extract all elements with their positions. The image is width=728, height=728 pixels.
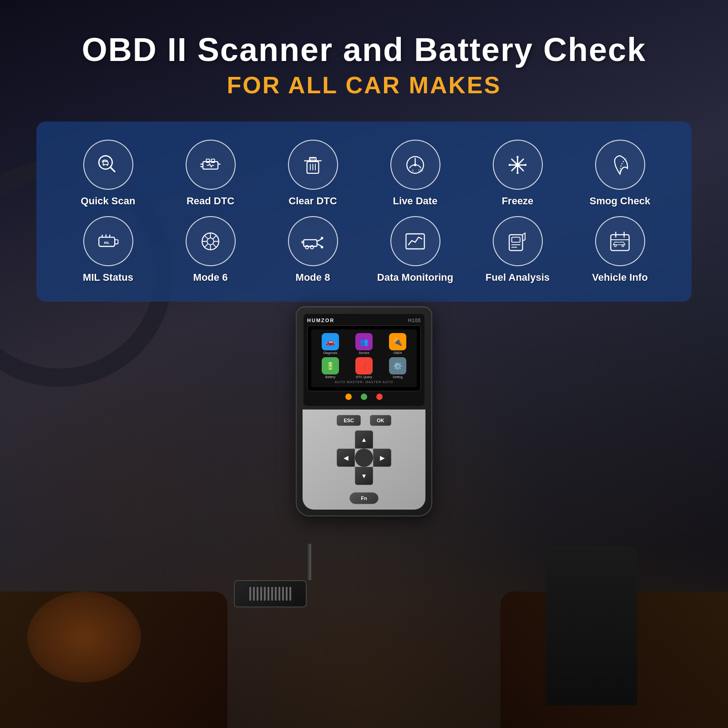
- screen-icon-box-battery: 🔋: [322, 357, 339, 374]
- dpad-row-bottom: ▼: [337, 467, 391, 485]
- feature-vehicle-info: Vehicle Info: [571, 216, 669, 283]
- svg-rect-55: [512, 237, 520, 242]
- plug-pin-6: [268, 587, 269, 601]
- dpad-right-button[interactable]: ▶: [373, 449, 391, 467]
- svg-line-46: [205, 244, 208, 247]
- plug-pin-8: [275, 587, 277, 601]
- feature-circle-clear-dtc: DTC: [288, 140, 338, 190]
- plug-pin-4: [260, 587, 262, 601]
- feature-label-fuel-analysis: Fuel Analysis: [485, 272, 550, 283]
- screen-icon-box-obdii: 🔌: [389, 333, 406, 350]
- screen-app-battery: 🔋 Battery: [315, 357, 346, 379]
- device-section: HUMZOR H100 🚗 Diagnosis: [36, 306, 692, 516]
- leaf-icon: [607, 152, 632, 177]
- connector-plug: [234, 580, 307, 607]
- gear-console: [546, 546, 637, 705]
- trash-icon: DTC: [300, 152, 325, 177]
- screen-icon-label-battery: Battery: [325, 375, 335, 379]
- status-dot-warning: [345, 394, 352, 400]
- svg-point-28: [516, 172, 519, 174]
- plug-pin-5: [264, 587, 266, 601]
- main-title: OBD II Scanner and Battery Check: [36, 32, 692, 68]
- feature-circle-freeze: [493, 140, 543, 190]
- device-lower: ESC OK ▲ ◀ ▶: [303, 410, 425, 510]
- status-indicators: [307, 394, 421, 400]
- feature-circle-fuel-analysis: [493, 216, 543, 266]
- feature-smog-check: Smog Check: [571, 140, 669, 207]
- chart-icon: [403, 229, 428, 254]
- dpad-row-middle: ◀ ▶: [337, 449, 391, 467]
- svg-text:0: 0: [412, 169, 414, 172]
- feature-label-freeze: Freeze: [502, 195, 534, 207]
- screen-icon-label-setting: Setting: [393, 375, 403, 379]
- plug-pin-10: [282, 587, 284, 601]
- feature-read-dtc: Read DTC: [162, 140, 259, 207]
- device-wrapper: HUMZOR H100 🚗 Diagnosis: [291, 306, 437, 516]
- svg-text:DTC: DTC: [309, 157, 317, 161]
- svg-line-45: [213, 235, 216, 238]
- car-wrench-icon: [300, 229, 325, 254]
- feature-label-mil-status: MIL Status: [83, 272, 133, 283]
- fuel-gauge-icon: [505, 229, 530, 254]
- feature-mode6: Mode 6: [162, 216, 259, 283]
- seat-hint: [27, 592, 141, 682]
- svg-text:120: 120: [418, 169, 423, 172]
- svg-point-30: [525, 164, 527, 166]
- svg-point-50: [321, 237, 324, 239]
- obd-connector: [268, 544, 350, 598]
- feature-circle-mode8: [288, 216, 338, 266]
- plug-pin-9: [278, 587, 280, 601]
- screen-icon-box-diagnosis: 🚗: [322, 333, 339, 350]
- screen-apps-row1: 🚗 Diagnosis 👥 Service: [315, 333, 413, 354]
- model-name: H100: [408, 318, 421, 323]
- plug-pin-12: [289, 587, 291, 601]
- device-body: HUMZOR H100 🚗 Diagnosis: [296, 306, 432, 516]
- device-screen: 🚗 Diagnosis 👥 Service: [307, 325, 421, 391]
- ok-button[interactable]: OK: [370, 415, 391, 426]
- feature-label-vehicle-info: Vehicle Info: [592, 272, 647, 283]
- calendar-car-icon: [607, 229, 632, 254]
- aperture-icon: [198, 229, 223, 254]
- svg-rect-47: [303, 240, 317, 247]
- screen-icon-label-dtcquery: DTC Query: [356, 375, 372, 379]
- svg-rect-1: [103, 162, 108, 164]
- feature-label-read-dtc: Read DTC: [187, 195, 234, 207]
- svg-point-3: [106, 164, 108, 166]
- plug-pin-2: [253, 587, 255, 601]
- dpad-up-button[interactable]: ▲: [355, 430, 373, 449]
- screen-icon-box-setting: ⚙️: [389, 357, 406, 374]
- screen-icon-box-dtcquery: ❓: [355, 357, 373, 374]
- dpad-left-button[interactable]: ◀: [337, 449, 355, 467]
- feature-data-monitoring: Data Monitoring: [366, 216, 464, 283]
- esc-button[interactable]: ESC: [337, 415, 361, 426]
- feature-freeze: Freeze: [469, 140, 566, 207]
- plug-pin-11: [286, 587, 288, 601]
- feature-mil-status: MIL MIL Status: [59, 216, 157, 283]
- feature-circle-smog-check: [595, 140, 645, 190]
- obd-device: HUMZOR H100 🚗 Diagnosis: [296, 306, 432, 516]
- esc-ok-row: ESC OK: [308, 415, 420, 426]
- svg-line-44: [213, 244, 216, 247]
- status-dot-error: [376, 394, 383, 400]
- screen-app-obdii: 🔌 OBDII: [382, 333, 413, 354]
- status-dot-ok: [361, 394, 367, 400]
- feature-circle-read-dtc: [186, 140, 236, 190]
- fn-button[interactable]: Fn: [349, 492, 378, 504]
- dpad-down-button[interactable]: ▼: [355, 467, 373, 485]
- screen-apps-row2: 🔋 Battery ❓ DTC Query: [315, 357, 413, 379]
- screen-icon-label-service: Service: [359, 351, 369, 354]
- screen-icon-label-diagnosis: Diagnosis: [324, 351, 338, 354]
- svg-point-2: [103, 164, 105, 166]
- feature-circle-vehicle-info: [595, 216, 645, 266]
- plug-pin-7: [271, 587, 273, 601]
- svg-line-43: [205, 235, 208, 238]
- engine-icon: [198, 152, 223, 177]
- features-grid: Quick Scan Read DTC: [59, 140, 669, 283]
- screen-inner: 🚗 Diagnosis 👥 Service: [311, 329, 417, 387]
- feature-live-date: 0 120 Live Date: [366, 140, 464, 207]
- screen-icon-label-obdii: OBDII: [393, 351, 402, 354]
- feature-label-data-monitoring: Data Monitoring: [377, 272, 453, 283]
- svg-point-51: [321, 246, 324, 248]
- dpad-center[interactable]: [355, 449, 373, 467]
- car-search-icon: [96, 152, 121, 177]
